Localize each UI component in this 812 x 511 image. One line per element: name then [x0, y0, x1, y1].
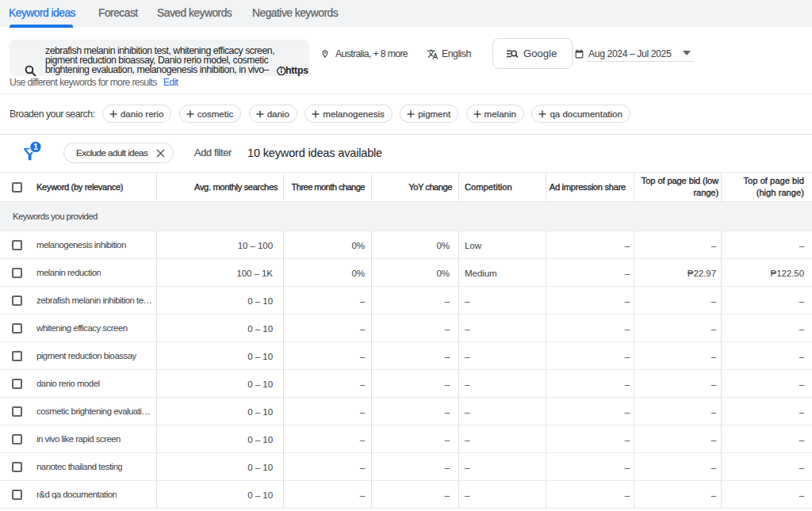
- svg-text:1: 1: [33, 142, 38, 151]
